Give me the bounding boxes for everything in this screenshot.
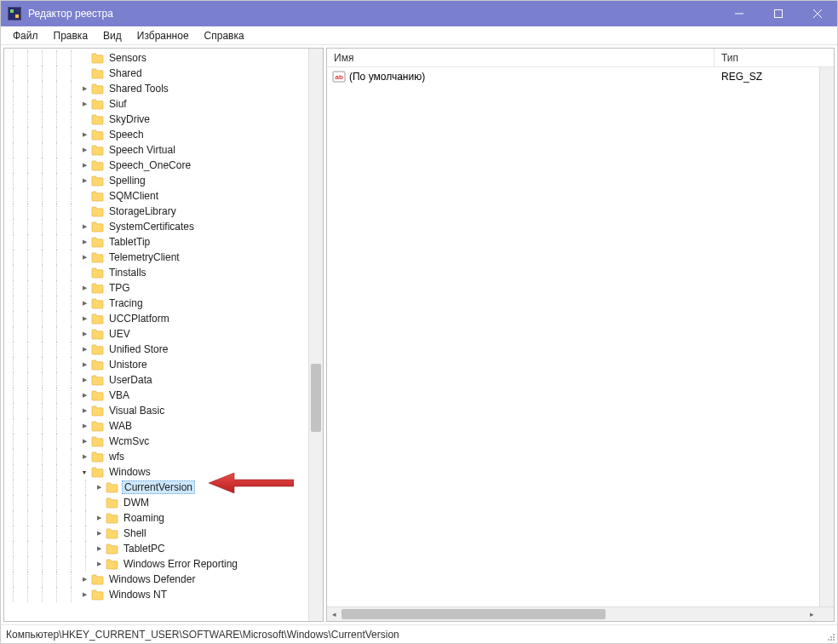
tree-item[interactable]: SkyDrive <box>4 112 323 127</box>
tree-item[interactable]: ▶Tracing <box>4 296 323 311</box>
values-body[interactable]: ab (По умолчанию) REG_SZ ◂ ▸ <box>327 67 834 621</box>
tree-guide <box>71 188 78 204</box>
tree-item[interactable]: StorageLibrary <box>4 204 323 219</box>
chevron-right-icon[interactable]: ▶ <box>93 561 105 567</box>
tree-item-label: Speech_OneCore <box>107 159 192 171</box>
chevron-right-icon[interactable]: ▶ <box>78 239 90 245</box>
close-button[interactable] <box>798 1 837 26</box>
tree-item[interactable]: SQMClient <box>4 188 323 204</box>
tree-scrollbar-thumb[interactable] <box>311 364 321 432</box>
tree-guide <box>42 388 49 403</box>
chevron-right-icon[interactable]: ▶ <box>78 162 90 169</box>
tree-item[interactable]: ▶TabletTip <box>4 234 323 250</box>
scroll-left-icon[interactable]: ◂ <box>327 607 342 621</box>
chevron-right-icon[interactable]: ▶ <box>93 515 105 521</box>
tree-item[interactable]: ▶Windows Error Reporting <box>4 556 323 572</box>
scroll-right-icon[interactable]: ▸ <box>805 607 819 621</box>
folder-icon <box>90 52 104 64</box>
tree-guide <box>13 265 20 280</box>
tree-guide <box>42 495 49 510</box>
tree-guide <box>56 204 64 219</box>
tree-guide <box>13 510 20 526</box>
tree-item[interactable]: Tinstalls <box>4 265 323 280</box>
tree-item[interactable]: ▶UCCPlatform <box>4 311 323 326</box>
tree-guide <box>27 188 35 204</box>
tree-item[interactable]: ▶VBA <box>4 388 323 403</box>
chevron-right-icon[interactable]: ▶ <box>93 530 105 537</box>
tree-item[interactable]: Shared <box>4 66 323 81</box>
tree-item[interactable]: ▶Speech <box>4 127 323 142</box>
maximize-button[interactable] <box>759 1 798 26</box>
chevron-right-icon[interactable]: ▶ <box>78 576 90 583</box>
tree-item[interactable]: ▶Windows Defender <box>4 572 323 587</box>
tree-item[interactable]: ▶Unistore <box>4 357 323 372</box>
chevron-right-icon[interactable]: ▶ <box>78 101 90 107</box>
chevron-right-icon[interactable]: ▶ <box>78 407 90 414</box>
values-vscrollbar[interactable] <box>819 67 834 621</box>
tree-item[interactable]: ▶UserData <box>4 372 323 388</box>
tree-item[interactable]: ▶Windows NT <box>4 587 323 602</box>
minimize-button[interactable] <box>720 1 759 26</box>
chevron-down-icon[interactable]: ▼ <box>78 469 90 475</box>
chevron-right-icon[interactable]: ▶ <box>78 346 90 353</box>
chevron-right-icon[interactable]: ▶ <box>78 377 90 383</box>
tree-item[interactable]: ▶Unified Store <box>4 342 323 357</box>
folder-icon <box>90 175 104 187</box>
chevron-right-icon[interactable]: ▶ <box>93 484 105 491</box>
chevron-right-icon[interactable]: ▶ <box>78 423 90 429</box>
chevron-right-icon[interactable]: ▶ <box>78 254 90 261</box>
tree-item[interactable]: ▶Siuf <box>4 96 323 112</box>
chevron-right-icon[interactable]: ▶ <box>78 131 90 138</box>
tree-item[interactable]: ▶Speech_OneCore <box>4 158 323 173</box>
menu-file[interactable]: Файл <box>6 28 45 43</box>
menu-favorites[interactable]: Избранное <box>130 28 196 43</box>
tree-item[interactable]: ▶UEV <box>4 326 323 342</box>
chevron-right-icon[interactable]: ▶ <box>78 361 90 368</box>
tree-guide <box>27 234 35 250</box>
menu-edit[interactable]: Правка <box>47 28 95 43</box>
tree-item[interactable]: ▶Roaming <box>4 510 323 526</box>
tree-scrollbar[interactable] <box>308 49 323 621</box>
chevron-right-icon[interactable]: ▶ <box>78 438 90 445</box>
tree-item[interactable]: ▼Windows <box>4 464 323 480</box>
chevron-right-icon[interactable]: ▶ <box>78 392 90 399</box>
column-header-type[interactable]: Тип <box>715 49 834 66</box>
folder-icon <box>90 420 104 432</box>
tree-item[interactable]: ▶Shell <box>4 526 323 541</box>
column-header-name[interactable]: Имя <box>327 49 715 66</box>
tree-item[interactable]: Sensors <box>4 50 323 66</box>
menu-view[interactable]: Вид <box>96 28 129 43</box>
tree-item[interactable]: ▶TabletPC <box>4 541 323 556</box>
menu-help[interactable]: Справка <box>198 28 251 43</box>
resize-grip-icon[interactable] <box>825 631 835 641</box>
chevron-right-icon[interactable]: ▶ <box>78 285 90 291</box>
tree-item[interactable]: ▶WcmSvc <box>4 434 323 449</box>
chevron-right-icon[interactable]: ▶ <box>93 545 105 552</box>
tree-item[interactable]: ▶SystemCertificates <box>4 219 323 234</box>
tree-item[interactable]: ▶Shared Tools <box>4 81 323 96</box>
tree-item[interactable]: ▶TPG <box>4 280 323 296</box>
chevron-right-icon[interactable]: ▶ <box>78 177 90 184</box>
chevron-right-icon[interactable]: ▶ <box>78 300 90 307</box>
tree-item[interactable]: ▶Spelling <box>4 173 323 188</box>
chevron-right-icon[interactable]: ▶ <box>78 223 90 230</box>
tree-item[interactable]: ▶CurrentVersion <box>4 480 323 495</box>
chevron-right-icon[interactable]: ▶ <box>78 453 90 460</box>
chevron-right-icon[interactable]: ▶ <box>78 315 90 322</box>
chevron-right-icon[interactable]: ▶ <box>78 147 90 153</box>
tree-item[interactable]: ▶Speech Virtual <box>4 142 323 158</box>
tree-item[interactable]: ▶WAB <box>4 418 323 434</box>
tree-item[interactable]: DWM <box>4 495 323 510</box>
values-hscrollbar[interactable]: ◂ ▸ <box>327 607 819 621</box>
value-row[interactable]: ab (По умолчанию) REG_SZ <box>327 69 834 84</box>
chevron-right-icon[interactable]: ▶ <box>78 591 90 598</box>
chevron-right-icon[interactable]: ▶ <box>78 331 90 337</box>
tree-body[interactable]: SensorsShared▶Shared Tools▶SiufSkyDrive▶… <box>4 49 323 621</box>
tree-item[interactable]: ▶wfs <box>4 449 323 464</box>
chevron-right-icon[interactable]: ▶ <box>78 85 90 92</box>
tree-guide <box>56 66 64 81</box>
values-hscroll-thumb[interactable] <box>342 609 606 619</box>
tree-guide <box>42 204 49 219</box>
tree-item[interactable]: ▶TelemetryClient <box>4 250 323 265</box>
tree-item[interactable]: ▶Visual Basic <box>4 403 323 418</box>
